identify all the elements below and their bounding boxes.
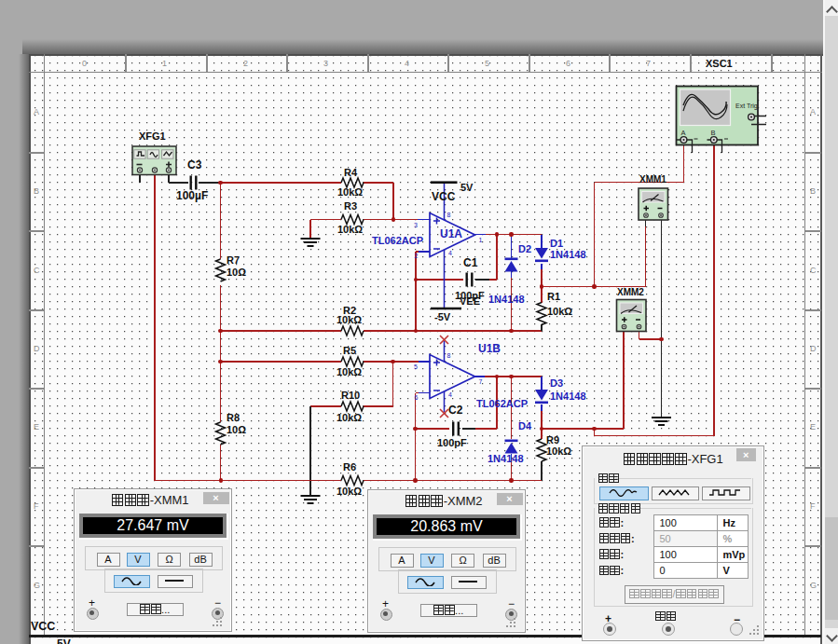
svg-text:A: A	[681, 129, 686, 137]
svg-text:Ext Trig: Ext Trig	[735, 103, 758, 110]
svg-text:B: B	[711, 129, 716, 137]
